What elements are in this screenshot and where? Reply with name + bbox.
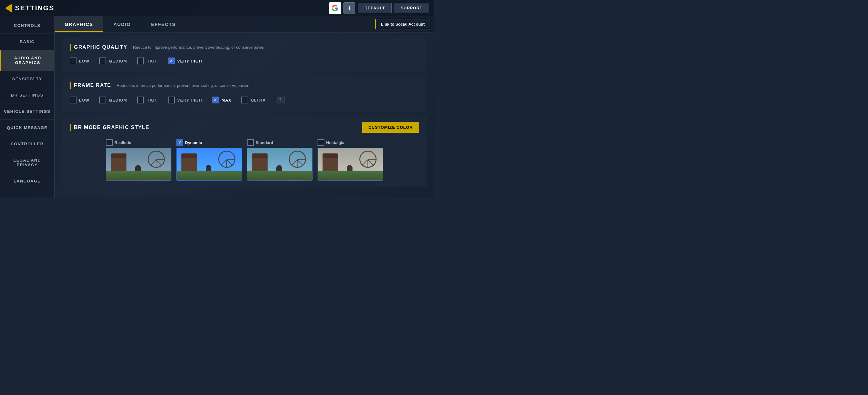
customize-color-button[interactable]: CUSTOMIZE COLOR [362, 122, 419, 133]
back-button[interactable] [5, 4, 12, 12]
default-button[interactable]: DEFAULT [358, 3, 392, 13]
fw-circle-realistic [148, 151, 165, 168]
fr-option-low[interactable]: LOW [70, 96, 89, 104]
gq-checkbox-low[interactable] [70, 57, 76, 64]
section-indicator [70, 44, 71, 51]
fr-checkbox-ultra[interactable] [241, 96, 248, 104]
fr-checkbox-medium[interactable] [99, 96, 106, 104]
gq-label-medium: MEDIUM [108, 59, 127, 63]
style-card-dynamic-header: Dynamic [177, 139, 202, 146]
fw-spoke-0 [156, 159, 164, 160]
style-image-nostalgia [317, 148, 383, 180]
link-social-account-button[interactable]: Link to Social Account [375, 19, 430, 29]
fw-spoke-n0 [368, 159, 376, 160]
ferris-wheel-standard [289, 151, 306, 168]
building-roof-realistic [111, 153, 126, 158]
sidebar: CONTROLS BASIC AUDIO AND GRAPHICS SENSIT… [0, 16, 55, 198]
scene-dynamic [177, 148, 242, 180]
sidebar-item-legal-and-privacy[interactable]: LEGAL AND PRIVACY [0, 152, 54, 173]
frame-rate-options: LOW MEDIUM HIGH VERY HIGH [70, 94, 419, 106]
style-card-dynamic[interactable]: Dynamic [177, 139, 242, 180]
gq-label-high: HIGH [147, 59, 158, 63]
header-left: SETTINGS [5, 4, 54, 12]
fr-option-high[interactable]: HIGH [137, 96, 158, 104]
google-button[interactable] [329, 2, 341, 14]
ground-realistic [106, 171, 171, 180]
gq-option-very-high[interactable]: VERY HIGH [168, 57, 202, 64]
fr-option-medium[interactable]: MEDIUM [99, 96, 127, 104]
frame-rate-title: FRAME RATE [74, 83, 111, 88]
tab-effects[interactable]: EFFECTS [141, 16, 186, 32]
gq-checkbox-medium[interactable] [99, 57, 106, 64]
sidebar-item-audio-and-graphics[interactable]: AUDIO AND GRAPHICS [0, 50, 54, 71]
support-button[interactable]: SUPPORT [394, 3, 429, 13]
add-account-button[interactable]: + [343, 2, 355, 14]
style-checkbox-nostalgia[interactable] [317, 139, 324, 146]
ferris-wheel-realistic [148, 151, 165, 168]
fr-label-medium: MEDIUM [108, 98, 127, 103]
gq-option-medium[interactable]: MEDIUM [99, 57, 127, 64]
building-standard [252, 157, 268, 171]
fr-option-max[interactable]: MAX [212, 96, 231, 104]
style-card-realistic[interactable]: Realistic [106, 139, 172, 180]
style-checkbox-standard[interactable] [247, 139, 254, 146]
style-card-standard[interactable]: Standard [247, 139, 313, 180]
tab-graphics[interactable]: GRAPHICS [55, 16, 103, 32]
sidebar-item-quick-message[interactable]: QUICK MESSAGE [0, 120, 54, 136]
gq-option-high[interactable]: HIGH [137, 57, 158, 64]
sidebar-item-language[interactable]: LANGUAGE [0, 173, 54, 189]
ground-dynamic [177, 171, 242, 180]
graphic-quality-options: LOW MEDIUM HIGH VERY HIGH [70, 56, 419, 66]
scene-standard [247, 148, 312, 180]
fw-spoke-n2 [368, 160, 368, 168]
scene-realistic [106, 148, 171, 180]
fw-spoke-s2 [297, 160, 298, 168]
style-label-standard: Standard [256, 140, 273, 145]
sidebar-item-controller[interactable]: CONTROLLER [0, 136, 54, 152]
settings-content: GRAPHIC QUALITY Reduce to improve perfor… [55, 32, 434, 198]
sidebar-item-br-settings[interactable]: BR SETTINGS [0, 87, 54, 104]
graphic-quality-section: GRAPHIC QUALITY Reduce to improve perfor… [62, 37, 427, 72]
gq-label-very-high: VERY HIGH [177, 59, 202, 63]
fr-option-very-high[interactable]: VERY HIGH [168, 96, 202, 104]
fw-spoke-d0 [227, 159, 235, 160]
content-area: GRAPHICS AUDIO EFFECTS Link to Social Ac… [55, 16, 434, 198]
fr-checkbox-very-high[interactable] [168, 96, 175, 104]
fr-option-ultra[interactable]: ULTRA [241, 96, 266, 104]
gq-option-low[interactable]: LOW [70, 57, 89, 64]
fr-label-high: HIGH [147, 98, 158, 103]
tabs-spacer [186, 16, 372, 32]
ferris-wheel-nostalgia [360, 151, 377, 168]
fr-checkbox-low[interactable] [70, 96, 76, 104]
style-checkbox-realistic[interactable] [106, 139, 113, 146]
style-image-dynamic [177, 148, 242, 180]
building-roof-dynamic [181, 153, 197, 158]
fr-checkbox-high[interactable] [137, 96, 144, 104]
style-checkbox-dynamic[interactable] [177, 139, 183, 146]
fr-checkbox-max[interactable] [212, 96, 219, 104]
fw-circle-standard [289, 151, 306, 168]
frame-rate-help-icon[interactable]: ? [276, 95, 284, 104]
building-realistic [111, 157, 126, 171]
fw-spoke-3 [151, 159, 156, 165]
frame-rate-section: FRAME RATE Reduce to improve performance… [62, 76, 427, 112]
fw-spoke-d2 [226, 160, 227, 168]
gq-checkbox-high[interactable] [137, 57, 144, 64]
building-dynamic [181, 157, 197, 171]
fw-spoke-d1 [226, 159, 232, 165]
fw-spoke-d3 [221, 159, 227, 165]
sidebar-item-sensitivity[interactable]: SENSITIVITY [0, 71, 54, 87]
sidebar-item-controls[interactable]: CONTROLS [0, 18, 54, 34]
tab-audio[interactable]: AUDIO [103, 16, 141, 32]
gq-label-low: LOW [79, 59, 89, 63]
main-layout: CONTROLS BASIC AUDIO AND GRAPHICS SENSIT… [0, 16, 434, 198]
building-nostalgia [322, 157, 338, 171]
style-card-nostalgia[interactable]: Nostalgia [317, 139, 383, 180]
sidebar-item-basic[interactable]: BASIC [0, 34, 54, 50]
fr-label-max: MAX [221, 98, 231, 103]
br-mode-title: BR MODE GRAPHIC STYLE [74, 125, 149, 130]
gq-checkbox-very-high[interactable] [168, 57, 175, 64]
br-header-left: BR MODE GRAPHIC STYLE [70, 124, 149, 131]
sidebar-item-vehicle-settings[interactable]: VEHICLE SETTINGS [0, 104, 54, 120]
fw-spoke-2 [156, 160, 156, 168]
